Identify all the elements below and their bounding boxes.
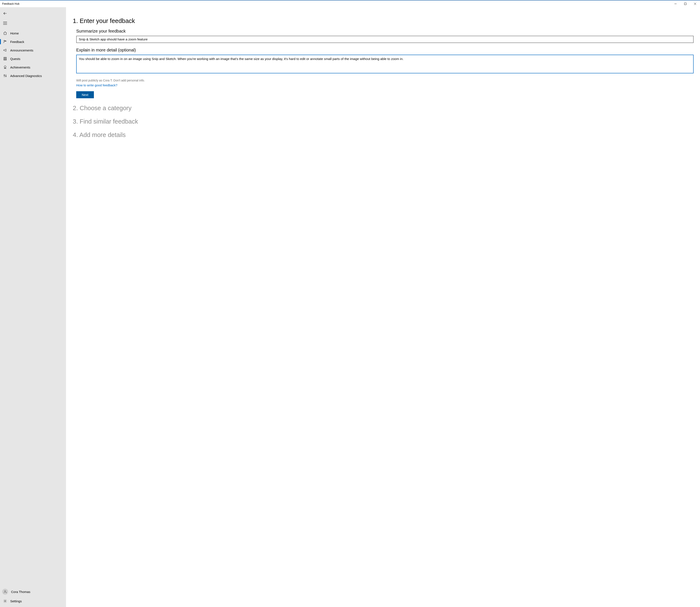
svg-point-17 [5,76,6,77]
svg-rect-1 [684,3,686,5]
achievements-icon [3,65,7,69]
detail-label: Explain in more detail (optional) [76,48,694,53]
nav-label: Announcements [10,48,33,52]
nav-label: Home [10,32,19,35]
content-area: 1. Enter your feedback Summarize your fe… [66,7,700,607]
window-title: Feedback Hub [0,2,19,5]
detail-textarea[interactable] [76,55,694,74]
nav-item-feedback[interactable]: Feedback [0,38,66,46]
nav-label: Advanced Diagnostics [10,74,42,78]
nav-item-announcements[interactable]: Announcements [0,46,66,55]
title-bar: Feedback Hub [0,0,700,7]
how-to-write-link[interactable]: How to write good feedback? [76,83,117,87]
sidebar: Home Feedback Announcements [0,7,66,607]
summary-input[interactable] [76,36,694,43]
nav-label: Settings [10,599,22,603]
nav-item-home[interactable]: Home [0,29,66,38]
step-2-heading: 2. Choose a category [73,105,694,112]
svg-point-13 [4,66,6,68]
step-1-heading: 1. Enter your feedback [73,17,694,24]
minimize-button[interactable] [671,0,680,7]
user-account[interactable]: Cora Thomas [0,587,66,596]
nav-item-settings[interactable]: Settings [0,596,66,606]
svg-point-8 [4,40,5,41]
close-button[interactable] [690,0,700,7]
maximize-button[interactable] [680,0,690,7]
feedback-icon [3,40,7,44]
svg-point-18 [4,590,6,592]
svg-point-15 [4,75,5,76]
svg-rect-11 [4,58,6,59]
public-post-disclaimer: Will post publicly as Cora T. Don't add … [76,79,694,82]
gear-icon [3,599,7,603]
home-icon [3,31,7,35]
next-button[interactable]: Next [76,91,94,98]
nav-item-achievements[interactable]: Achievements [0,63,66,71]
diagnostics-icon [3,74,7,78]
avatar-icon [2,589,8,595]
nav-item-diagnostics[interactable]: Advanced Diagnostics [0,71,66,80]
user-name: Cora Thomas [11,590,31,593]
nav-label: Achievements [10,65,30,69]
step-4-heading: 4. Add more details [73,131,694,139]
step-3-heading: 3. Find similar feedback [73,118,694,125]
summary-label: Summarize your feedback [76,29,694,34]
megaphone-icon [3,48,7,52]
quests-icon [3,57,7,61]
hamburger-button[interactable] [0,19,10,28]
nav-item-quests[interactable]: Quests [0,55,66,63]
svg-point-21 [5,601,6,602]
svg-rect-10 [4,57,6,60]
back-button[interactable] [0,9,10,18]
nav-label: Quests [10,57,20,61]
nav-label: Feedback [10,40,24,44]
